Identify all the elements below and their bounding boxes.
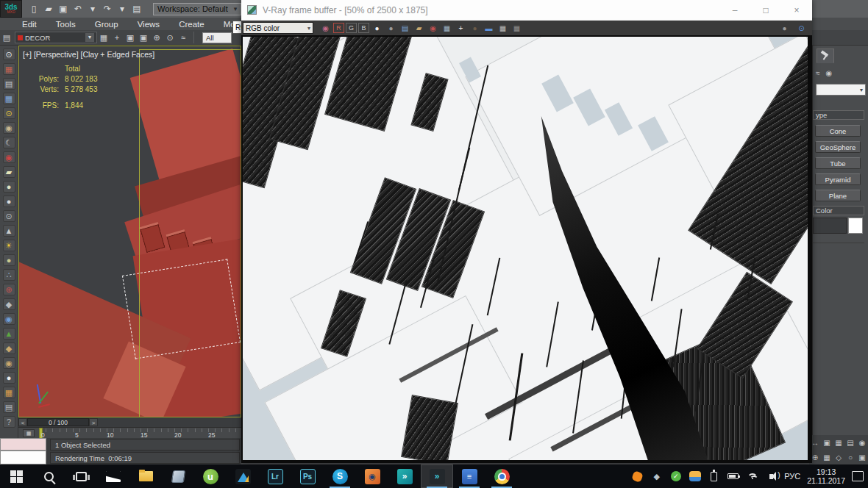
max-app-button[interactable]: 3ds MXD <box>0 0 22 18</box>
track-bar[interactable]: ▦ 0510152025 <box>18 427 241 438</box>
close-button[interactable]: × <box>781 0 812 20</box>
save-to-host-icon[interactable]: ▦ <box>441 22 453 34</box>
primitive-button[interactable]: Plane <box>815 190 861 201</box>
autogrid-icon[interactable]: ≈ <box>816 69 820 77</box>
antivirus-ok-tray-icon[interactable]: ✓ <box>669 470 682 483</box>
action-center-icon[interactable] <box>852 471 864 481</box>
render-teapot-icon[interactable]: ⊙ <box>3 49 15 60</box>
create-layer-icon[interactable]: + <box>110 33 124 42</box>
next-frame-button[interactable]: > <box>89 418 98 426</box>
menu-item[interactable]: Edit <box>22 20 37 29</box>
camera-icon[interactable]: ◆ <box>3 298 15 310</box>
dome-primitive-icon[interactable]: ● <box>3 181 15 193</box>
undo-dropdown-icon[interactable]: ▾ <box>87 4 99 14</box>
menu-item[interactable]: Views <box>138 20 160 29</box>
glasses-icon[interactable]: ◉ <box>3 151 15 163</box>
index-icon[interactable]: ▤ <box>399 22 411 34</box>
3dsmax-app[interactable]: » <box>421 464 453 488</box>
perspective-viewport[interactable]: [+] [Perspective] [Clay + Edged Faces] T… <box>18 46 241 417</box>
primitive-button[interactable]: Cone <box>815 125 861 137</box>
green-channel-button[interactable]: G <box>346 23 357 33</box>
snap-toggle-icon[interactable]: ▣ <box>823 439 830 447</box>
grid-a-icon[interactable]: ▦ <box>497 22 509 34</box>
mono-channel-icon[interactable]: ● <box>371 22 383 34</box>
teapot-primitive-icon[interactable]: ⊙ <box>3 210 15 222</box>
region-render-icon[interactable]: ● <box>469 22 481 34</box>
prev-frame-button[interactable]: < <box>18 418 27 426</box>
shortcut-toggle-icon[interactable]: ↔ <box>811 439 819 447</box>
zoom-icon[interactable]: ⊕ <box>812 453 818 462</box>
utorrent-app[interactable]: u <box>194 464 227 488</box>
clock[interactable]: 19:13 21.11.2017 <box>807 467 845 485</box>
file-explorer-app[interactable] <box>129 464 162 488</box>
mail-app[interactable] <box>97 464 129 488</box>
search-button[interactable] <box>32 464 65 488</box>
start-button[interactable] <box>0 464 32 488</box>
moon-icon[interactable]: ☾ <box>3 137 15 148</box>
show-channels-icon[interactable]: ◉ <box>319 22 332 34</box>
pan-icon[interactable]: ◇ <box>836 453 842 462</box>
sphere-olive-icon[interactable]: ● <box>3 254 15 266</box>
menu-item[interactable]: Create <box>179 20 204 29</box>
time-slider[interactable]: < 0 / 100 > <box>18 418 98 426</box>
tab-utilities[interactable] <box>817 49 834 63</box>
name-color-rollout[interactable]: Color <box>813 206 864 215</box>
spinner-snap-icon[interactable]: ◉ <box>859 439 866 447</box>
orbit-icon[interactable]: ○ <box>848 453 853 462</box>
wifi-tray-icon[interactable] <box>746 470 758 483</box>
movies-tv-app[interactable] <box>162 464 194 488</box>
save-file-icon[interactable]: ▣ <box>57 4 69 14</box>
material-pattern-icon[interactable]: ▦ <box>3 387 15 398</box>
primitive-button[interactable]: Pyramid <box>815 173 861 185</box>
channel-dropdown[interactable]: RGB color ▾ <box>243 22 313 34</box>
maxscript-listener-field[interactable] <box>0 451 46 464</box>
time-slider-track[interactable]: 0 / 100 <box>27 418 89 426</box>
photoshop-app[interactable]: Ps <box>291 464 324 488</box>
language-indicator[interactable]: РУС <box>784 472 800 481</box>
open-file-icon[interactable]: ▰ <box>43 4 54 14</box>
hair-fur-icon[interactable]: ◆ <box>3 342 15 354</box>
redo-dropdown-icon[interactable]: ▾ <box>116 4 128 14</box>
light-lister-icon[interactable]: ⊙ <box>3 107 15 119</box>
percent-snap-icon[interactable]: ▤ <box>847 439 853 447</box>
grass-icon[interactable]: ▲ <box>3 328 15 340</box>
cone-primitive-icon[interactable]: ▲ <box>3 225 15 237</box>
return-layer-icon[interactable]: ▣ <box>137 33 150 43</box>
cloth-icon[interactable]: ◉ <box>3 313 15 325</box>
shell-icon[interactable]: ◉ <box>3 357 15 369</box>
physics-icon[interactable]: ⊕ <box>3 284 15 295</box>
vfb-titlebar[interactable]: V-Ray frame buffer - [50% of 2500 x 1875… <box>241 0 812 21</box>
object-type-rollout[interactable]: ype <box>813 110 864 120</box>
bind-spacewarp-icon[interactable]: ≈ <box>177 33 190 42</box>
usb-tray-icon[interactable] <box>708 470 720 483</box>
sphere-primitive-icon[interactable]: ● <box>3 195 15 207</box>
macro-recorder-field[interactable] <box>0 438 46 451</box>
scene-explorer-icon[interactable]: ▤ <box>0 33 13 43</box>
workspace-dropdown[interactable]: Workspace: Default ▾ <box>153 3 241 15</box>
undo-icon[interactable]: ↶ <box>72 4 84 14</box>
viewport-label[interactable]: [+] [Perspective] [Clay + Edged Faces] <box>23 50 154 59</box>
project-folder-icon[interactable]: ▤ <box>131 4 143 14</box>
sun-light-icon[interactable]: ☀ <box>3 240 15 251</box>
help-icon[interactable]: ? <box>3 416 15 428</box>
rain-particles-icon[interactable]: ∴ <box>3 269 15 281</box>
cloud-tray-icon[interactable] <box>689 470 701 483</box>
red-channel-button[interactable]: R <box>333 23 344 33</box>
task-view-button[interactable] <box>65 464 97 488</box>
unlink-icon[interactable]: ⊙ <box>163 33 177 43</box>
new-file-icon[interactable]: ▯ <box>28 4 40 14</box>
spreadsheet-icon[interactable]: ▦ <box>3 93 15 104</box>
lightroom-app[interactable]: Lr <box>259 464 291 488</box>
selection-filter-dropdown[interactable]: All <box>202 32 232 43</box>
compare-icon[interactable]: ▬ <box>483 22 495 34</box>
primitive-button[interactable]: GeoSphere <box>815 141 861 153</box>
link-icon[interactable]: ⊕ <box>150 33 163 43</box>
redo-icon[interactable]: ↷ <box>102 4 113 14</box>
maximize-button[interactable]: □ <box>750 0 781 20</box>
angle-snap-icon[interactable]: ▦ <box>835 439 842 447</box>
object-color-swatch[interactable] <box>848 218 863 234</box>
minimize-button[interactable]: – <box>719 0 750 20</box>
battery-tray-icon[interactable] <box>727 470 739 483</box>
grid-b-icon[interactable]: ▦ <box>511 22 523 34</box>
layer-dropdown[interactable]: DECOR ▾ <box>15 32 97 43</box>
